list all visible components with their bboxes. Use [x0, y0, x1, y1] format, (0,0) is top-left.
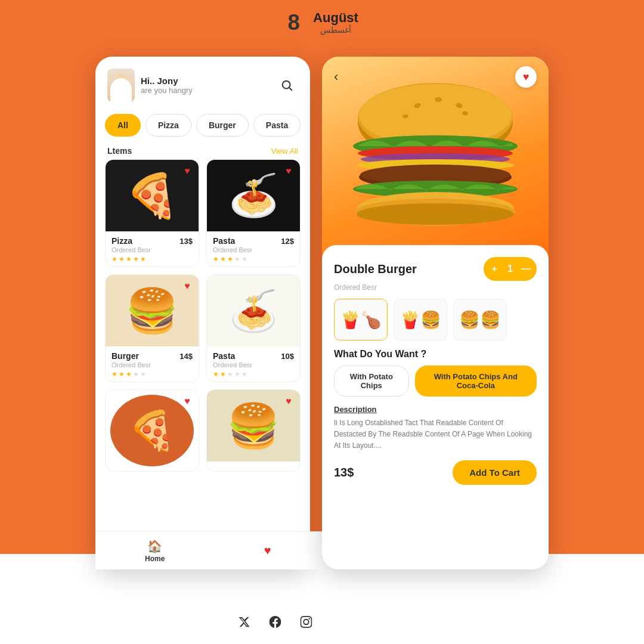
- bottom-nav: 🏠 Home ♥ 🔍 👤: [95, 531, 310, 569]
- description-text: Ii Is Long Ostablished Tact That Readabl…: [334, 417, 537, 452]
- stars-2: ★★★★★: [213, 255, 294, 263]
- product-subtitle: Ordered Besr: [334, 283, 537, 292]
- burger-title: Double Burger: [334, 262, 417, 276]
- left-phone: Hi.. Jony are you hangry All Pizza Burge…: [95, 57, 310, 569]
- option-buttons: With Potato Chips With Potato Chips And …: [334, 366, 537, 397]
- burger-title-row: Double Burger + 1 —: [334, 257, 537, 281]
- tab-pasta[interactable]: Pasta: [253, 114, 301, 137]
- food-card-pasta-1[interactable]: 🍝 ♥ Pasta 12$ Ordered Besr ★★★★★: [206, 159, 301, 267]
- brand-name-ar: أغسطس: [313, 25, 358, 35]
- svg-text:8: 8: [287, 11, 299, 35]
- social-handle: anwar_aLghefari: [326, 616, 411, 628]
- food-name-2: Pasta: [213, 236, 235, 246]
- option-thumbs: 🍟🍗 🍟🍔 🍔🍔: [334, 299, 537, 340]
- items-header: Ltems View All: [95, 141, 310, 159]
- category-tabs: All Pizza Burger Pasta: [95, 109, 310, 141]
- greeting: Hi.. Jony are you hangry: [141, 76, 193, 95]
- tab-pizza[interactable]: Pizza: [145, 114, 191, 137]
- add-to-cart-button[interactable]: Add To Cart: [453, 460, 537, 485]
- food-price-2: 12$: [281, 237, 294, 246]
- hi-text: Hi.. Jony: [141, 76, 193, 86]
- food-card-burger-1[interactable]: 🍔 ♥ Burger 14$ Ordered Besr ★★★★★: [105, 274, 199, 382]
- food-name-1: Pizza: [112, 236, 132, 246]
- option-thumb-1[interactable]: 🍟🍗: [334, 299, 388, 340]
- food-info-2: Pasta 12$ Ordered Besr ★★★★★: [207, 231, 300, 267]
- food-info-1: Pizza 13$ Ordered Besr ★★★★★: [106, 231, 199, 267]
- right-phone: ‹ ♥: [322, 57, 549, 569]
- price-cart-row: 13$ Add To Cart: [334, 460, 537, 485]
- nav-home[interactable]: 🏠 Home: [145, 539, 165, 563]
- stars-1: ★★★★★: [112, 255, 193, 263]
- food-subtitle-3: Ordered Besr: [112, 361, 193, 369]
- fav-button[interactable]: ♥: [515, 66, 537, 88]
- food-name-4: Pasta: [213, 351, 235, 361]
- food-price-3: 14$: [179, 352, 193, 361]
- burger-image: [340, 75, 531, 253]
- heart-btn-1[interactable]: ♥: [181, 165, 194, 178]
- items-label: Ltems: [107, 146, 132, 156]
- heart-btn-6[interactable]: ♥: [282, 395, 295, 408]
- food-price-1: 13$: [179, 237, 193, 246]
- food-card-burger-2[interactable]: 🍔 ♥: [206, 389, 301, 472]
- logo-icon: 8: [286, 11, 309, 35]
- qty-minus-btn[interactable]: —: [518, 261, 534, 277]
- qty-plus-btn[interactable]: +: [486, 261, 503, 277]
- right-top-bar: ‹ ♥: [322, 66, 549, 88]
- left-header: Hi.. Jony are you hangry: [95, 57, 310, 109]
- burger-svg: [346, 80, 525, 247]
- view-all[interactable]: View All: [271, 147, 298, 156]
- food-name-3: Burger: [112, 351, 139, 361]
- heart-btn-3[interactable]: ♥: [181, 280, 194, 293]
- stars-3: ★★★★★: [112, 370, 193, 378]
- option-thumb-2[interactable]: 🍟🍔: [394, 299, 447, 340]
- food-price-4: 10$: [281, 352, 294, 361]
- avatar: [107, 69, 135, 102]
- phones-container: Hi.. Jony are you hangry All Pizza Burge…: [95, 57, 549, 569]
- opt-chips-cola-btn[interactable]: With Potato Chips And Coca-Cola: [415, 366, 537, 397]
- social-bar: anwar_aLghefari: [233, 611, 411, 633]
- instagram-icon[interactable]: [295, 611, 317, 633]
- food-info-3: Burger 14$ Ordered Besr ★★★★★: [106, 346, 199, 382]
- detail-content: Double Burger + 1 — Ordered Besr 🍟🍗 🍟🍔 🍔…: [322, 245, 549, 569]
- qty-control: + 1 —: [484, 257, 537, 281]
- heart-btn-5[interactable]: ♥: [181, 395, 194, 408]
- detail-price: 13$: [334, 466, 354, 479]
- facebook-icon[interactable]: [264, 611, 286, 633]
- description-label: Description: [334, 405, 537, 414]
- svg-line-2: [289, 88, 292, 90]
- food-grid: 🍕 ♥ Pizza 13$ Ordered Besr ★★★★★: [95, 159, 310, 472]
- what-want-label: What Do You Want ?: [334, 349, 537, 360]
- option-thumb-3[interactable]: 🍔🍔: [453, 299, 507, 340]
- qty-number: 1: [503, 264, 518, 274]
- heart-btn-2[interactable]: ♥: [282, 165, 295, 178]
- hangry-text: are you hangry: [141, 86, 193, 95]
- food-subtitle-4: Ordered Besr: [213, 361, 294, 369]
- twitter-icon[interactable]: [233, 611, 255, 633]
- opt-chips-btn[interactable]: With Potato Chips: [334, 366, 409, 397]
- svg-point-20: [357, 203, 514, 225]
- food-card-pizza-2[interactable]: 🍕 ♥: [105, 389, 199, 472]
- brand-name-en: Augüst: [313, 11, 358, 25]
- user-info: Hi.. Jony are you hangry: [107, 69, 193, 102]
- nav-home-label: Home: [145, 555, 165, 563]
- tab-burger[interactable]: Burger: [196, 114, 249, 137]
- tab-all[interactable]: All: [105, 114, 141, 137]
- food-card-pasta-2[interactable]: 🍝 Pasta 10$ Ordered Besr ★★★★★: [206, 274, 301, 382]
- stars-4: ★★★★★: [213, 370, 294, 378]
- logo-area: 8 Augüst أغسطس: [286, 11, 358, 35]
- back-button[interactable]: ‹: [334, 69, 338, 85]
- food-subtitle-1: Ordered Besr: [112, 246, 193, 253]
- food-card-pizza-1[interactable]: 🍕 ♥ Pizza 13$ Ordered Besr ★★★★★: [105, 159, 199, 267]
- food-info-4: Pasta 10$ Ordered Besr ★★★★★: [207, 346, 300, 382]
- search-button[interactable]: [275, 74, 298, 97]
- food-subtitle-2: Ordered Besr: [213, 246, 294, 253]
- nav-favorites[interactable]: ♥: [264, 544, 271, 558]
